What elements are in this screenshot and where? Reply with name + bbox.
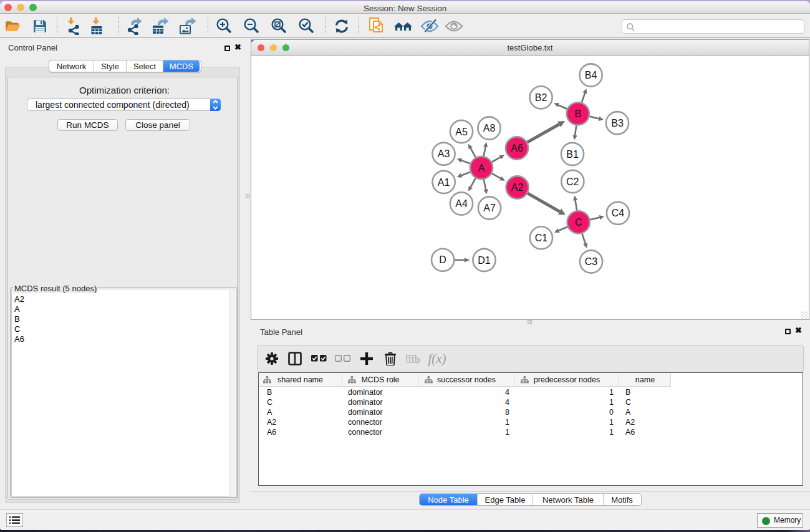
svg-text:D: D [439, 254, 446, 265]
svg-text:B3: B3 [611, 118, 624, 128]
svg-text:D1: D1 [478, 255, 491, 266]
svg-text:A2: A2 [511, 182, 524, 193]
svg-text:A8: A8 [483, 123, 496, 133]
svg-text:B: B [574, 109, 581, 119]
svg-text:B4: B4 [585, 70, 597, 80]
svg-text:A5: A5 [455, 127, 468, 137]
svg-text:A7: A7 [483, 203, 496, 213]
svg-text:A4: A4 [455, 198, 468, 209]
svg-text:C4: C4 [612, 208, 625, 218]
svg-text:A3: A3 [438, 148, 450, 159]
svg-text:C3: C3 [585, 256, 598, 267]
svg-text:B2: B2 [535, 92, 547, 103]
svg-text:A6: A6 [511, 143, 523, 153]
svg-text:C2: C2 [566, 177, 579, 187]
svg-text:C: C [575, 217, 582, 228]
svg-text:A1: A1 [438, 177, 450, 188]
svg-text:A: A [478, 163, 485, 173]
svg-text:B1: B1 [566, 149, 579, 160]
svg-text:C1: C1 [535, 233, 548, 243]
